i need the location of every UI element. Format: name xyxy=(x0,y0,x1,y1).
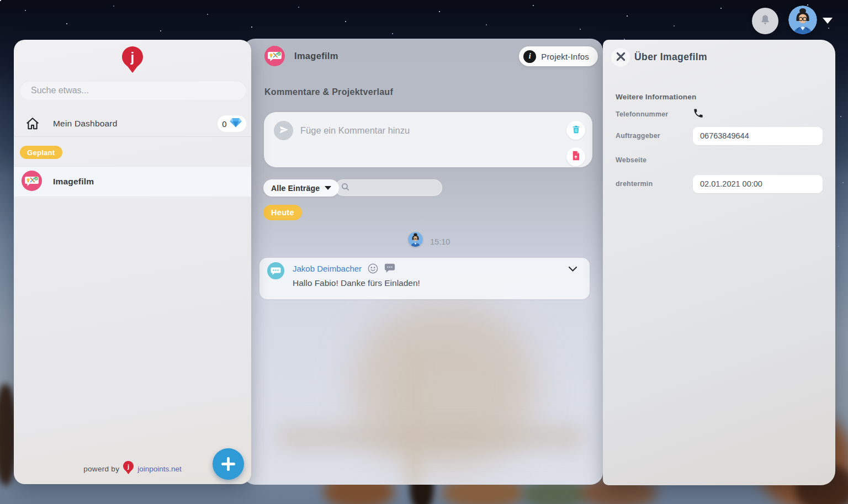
bell-icon xyxy=(759,14,771,28)
dashboard-label: Mein Dashboard xyxy=(53,119,118,129)
project-icon xyxy=(22,171,42,193)
sidebar: j Mein Dashboard 0 Geplant xyxy=(14,40,251,484)
paper-plane-icon xyxy=(279,125,289,137)
account-caret-down-icon[interactable] xyxy=(823,18,833,24)
reply-bubble-icon[interactable] xyxy=(384,263,396,276)
notifications-button[interactable] xyxy=(752,8,778,34)
phone-icon[interactable] xyxy=(693,108,704,121)
top-bar xyxy=(0,0,848,39)
sidebar-item-dashboard[interactable]: Mein Dashboard 0 xyxy=(14,110,251,137)
timeline-search-input[interactable] xyxy=(353,183,436,192)
timeline-search xyxy=(335,179,442,196)
entries-filter-dropdown[interactable]: Alle Einträge xyxy=(263,179,339,197)
comments-section-title: Kommentare & Projektverlauf xyxy=(264,87,393,97)
comment-card[interactable]: Jakob Deimbacher Hallo Fabio! Danke fürs… xyxy=(259,258,590,299)
diamond-icon xyxy=(230,118,242,130)
comment-time: 15:10 xyxy=(430,237,450,247)
comment-input[interactable] xyxy=(300,122,532,139)
delete-comment-button[interactable] xyxy=(566,121,585,140)
drawer-title: Über Imagefilm xyxy=(634,51,707,63)
joinpoints-logo: j xyxy=(122,46,143,75)
attach-file-button[interactable] xyxy=(566,147,585,166)
project-detail-panel: Imagefilm i Projekt-Infos Kommentare & P… xyxy=(243,39,603,485)
joinpoints-pin-icon: j xyxy=(123,461,134,476)
project-header: Imagefilm i Projekt-Infos xyxy=(243,46,603,67)
field-row-auftraggeber: Auftraggeber xyxy=(616,126,823,145)
sidebar-item-imagefilm[interactable]: Imagefilm xyxy=(14,166,251,197)
points-count: 0 xyxy=(222,119,226,129)
comment-type-icon xyxy=(267,262,284,282)
timeline-timestamp-row: 15:10 xyxy=(408,232,450,247)
info-icon: i xyxy=(523,50,536,63)
user-avatar[interactable] xyxy=(788,6,817,34)
comment-composer xyxy=(264,112,592,167)
emoji-reaction-icon[interactable] xyxy=(367,263,379,277)
svg-text:j: j xyxy=(127,463,129,470)
search-icon xyxy=(341,182,350,194)
svg-text:j: j xyxy=(130,50,134,65)
project-name: Imagefilm xyxy=(53,177,94,187)
project-icon xyxy=(264,46,285,68)
close-drawer-button[interactable] xyxy=(611,48,630,67)
comment-author-avatar xyxy=(408,232,423,247)
sidebar-search-input[interactable] xyxy=(20,81,246,100)
blurred-background-blob xyxy=(404,348,423,485)
field-row-drehtermin: drehtermin xyxy=(616,174,823,193)
comment-author-name[interactable]: Jakob Deimbacher xyxy=(293,264,362,273)
comment-message: Hallo Fabio! Danke fürs Einladen! xyxy=(293,278,420,288)
auftraggeber-input[interactable] xyxy=(693,127,823,145)
caret-down-icon xyxy=(325,186,331,190)
close-icon xyxy=(616,52,626,63)
points-badge: 0 xyxy=(218,115,246,132)
day-badge: Heute xyxy=(263,205,302,220)
project-info-drawer: Über Imagefilm Weitere Informationen Tel… xyxy=(603,40,835,485)
drawer-section-title: Weitere Informationen xyxy=(616,93,696,101)
project-info-button[interactable]: i Projekt-Infos xyxy=(519,46,598,66)
send-button[interactable] xyxy=(274,121,293,140)
trash-icon xyxy=(571,125,581,136)
joinpoints-link[interactable]: joinpoints.net xyxy=(137,465,182,473)
field-row-telefonnummer: Telefonnummer xyxy=(616,107,823,122)
field-row-webseite: Webseite xyxy=(616,152,823,168)
project-title: Imagefilm xyxy=(294,51,338,61)
file-plus-icon xyxy=(571,151,580,163)
chevron-down-icon[interactable] xyxy=(568,264,577,274)
drehtermin-input[interactable] xyxy=(693,175,823,193)
group-badge-geplant: Geplant xyxy=(20,146,62,159)
blurred-background-blob xyxy=(276,425,585,449)
home-icon xyxy=(25,116,40,131)
add-project-button[interactable] xyxy=(213,448,244,480)
powered-by-text: powerd by xyxy=(83,465,119,473)
